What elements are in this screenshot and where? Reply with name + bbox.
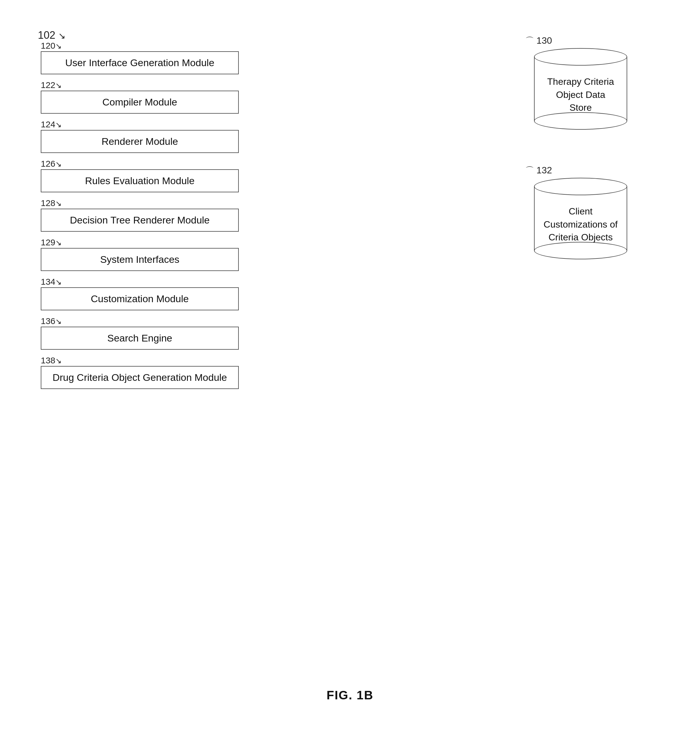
module-label-120: 120↘ [41, 41, 239, 51]
module-row-128: 128↘ Decision Tree Renderer Module [41, 198, 239, 232]
module-row-120: 120↘ User Interface Generation Module [41, 41, 239, 74]
module-box-128: Decision Tree Renderer Module [41, 208, 239, 232]
left-column: 120↘ User Interface Generation Module 12… [41, 41, 239, 395]
module-box-122: Compiler Module [41, 91, 239, 114]
figure-caption-text: FIG. 1B [327, 688, 373, 702]
module-row-136: 136↘ Search Engine [41, 316, 239, 350]
cylinder-group-130: ⌒ 130 Therapy CriteriaObject DataStore [519, 35, 642, 130]
top-label-text: 102 [38, 29, 55, 41]
cylinder-bottom-130 [534, 112, 627, 130]
cylinder-top-130 [534, 48, 627, 66]
module-label-138: 138↘ [41, 356, 239, 365]
cylinder-132: ClientCustomizations ofCriteria Objects [534, 178, 627, 259]
module-label-129: 129↘ [41, 238, 239, 247]
figure-caption: FIG. 1B [327, 688, 373, 702]
cylinder-body-132: ClientCustomizations ofCriteria Objects [534, 186, 627, 251]
module-row-124: 124↘ Renderer Module [41, 119, 239, 153]
module-box-134: Customization Module [41, 287, 239, 310]
top-arrow-icon: ↘ [58, 31, 66, 41]
module-label-136: 136↘ [41, 316, 239, 326]
top-group-label: 102 ↘ [38, 29, 66, 41]
module-box-129: System Interfaces [41, 248, 239, 271]
module-row-129: 129↘ System Interfaces [41, 238, 239, 271]
cylinder-bottom-132 [534, 242, 627, 259]
cylinder-body-130: Therapy CriteriaObject DataStore [534, 57, 627, 121]
diagram-container: 102 ↘ 120↘ User Interface Generation Mod… [23, 23, 677, 737]
module-row-122: 122↘ Compiler Module [41, 80, 239, 114]
db-label-130: ⌒ 130 [525, 35, 552, 47]
module-row-138: 138↘ Drug Criteria Object Generation Mod… [41, 356, 239, 389]
module-label-124: 124↘ [41, 119, 239, 129]
module-label-122: 122↘ [41, 80, 239, 90]
cylinder-top-132 [534, 178, 627, 195]
module-box-126: Rules Evaluation Module [41, 169, 239, 192]
module-row-134: 134↘ Customization Module [41, 277, 239, 310]
module-label-126: 126↘ [41, 159, 239, 169]
db-label-132: ⌒ 132 [525, 164, 552, 177]
module-row-126: 126↘ Rules Evaluation Module [41, 159, 239, 192]
cylinder-text-130: Therapy CriteriaObject DataStore [547, 75, 614, 114]
module-box-136: Search Engine [41, 327, 239, 350]
module-box-120: User Interface Generation Module [41, 51, 239, 74]
cylinder-text-132: ClientCustomizations ofCriteria Objects [544, 205, 617, 244]
cylinder-group-132: ⌒ 132 ClientCustomizations ofCriteria Ob… [519, 164, 642, 259]
module-box-138: Drug Criteria Object Generation Module [41, 366, 239, 389]
module-label-134: 134↘ [41, 277, 239, 287]
right-column: ⌒ 130 Therapy CriteriaObject DataStore ⌒… [519, 35, 642, 259]
module-box-124: Renderer Module [41, 130, 239, 153]
cylinder-130: Therapy CriteriaObject DataStore [534, 48, 627, 130]
module-label-128: 128↘ [41, 198, 239, 208]
